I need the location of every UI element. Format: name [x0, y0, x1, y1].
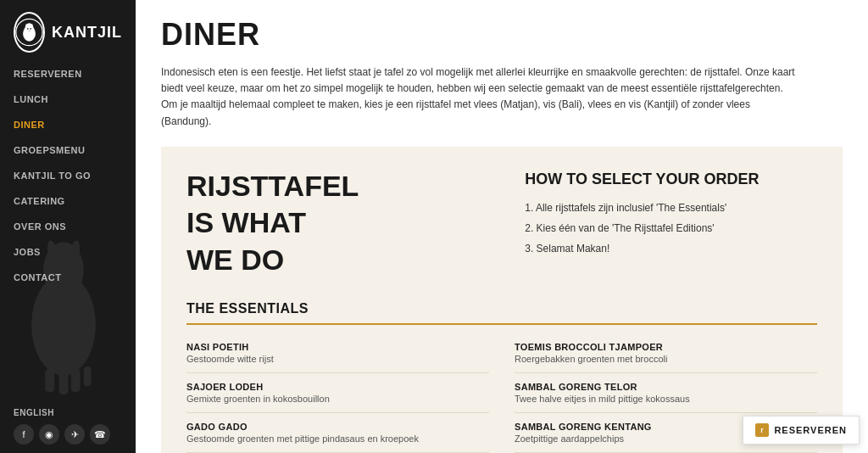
menu-item-name: NASI POETIH: [186, 342, 489, 352]
nav-reserveren[interactable]: RESERVEREN: [0, 61, 136, 87]
language-switch[interactable]: ENGLISH: [14, 408, 122, 417]
rijsttafel-heading-line2: IS WHAT: [186, 207, 508, 238]
essentials-title: THE ESSENTIALS: [186, 301, 817, 325]
svg-point-6: [30, 28, 31, 30]
how-to-list: 1. Alle rijsttafels zijn inclusief 'The …: [525, 200, 817, 256]
menu-item-desc: Gestoomde witte rijst: [186, 354, 489, 364]
phone-icon[interactable]: ☎: [90, 424, 110, 445]
menu-grid: NASI POETIH Gestoomde witte rijst TOEMIS…: [186, 333, 817, 453]
nav-catering[interactable]: CATERING: [0, 188, 136, 214]
how-to-heading: HOW TO SELECT YOUR ORDER: [525, 171, 817, 189]
reserveren-label: RESERVEREN: [774, 425, 847, 435]
nav-kantjil-to-go[interactable]: KANTJIL TO GO: [0, 163, 136, 188]
nav-lunch[interactable]: LUNCH: [0, 87, 136, 112]
how-to-step-3: 3. Selamat Makan!: [525, 241, 817, 256]
nav-over-ons[interactable]: OVER ONS: [0, 214, 136, 239]
nav-jobs[interactable]: JOBS: [0, 239, 136, 265]
menu-item-nasi-poetih: NASI POETIH Gestoomde witte rijst: [186, 333, 489, 373]
svg-rect-15: [84, 366, 92, 387]
menu-item-desc: Gestoomde groenten met pittige pindasaus…: [186, 433, 489, 444]
svg-point-7: [28, 30, 31, 31]
rijsttafel-heading-line3: WE DO: [186, 244, 508, 276]
intro-paragraph: Indonesisch eten is een feestje. Het lie…: [161, 64, 797, 130]
how-to-step-1: 1. Alle rijsttafels zijn inclusief 'The …: [525, 200, 817, 215]
main-content: DINER Indonesisch eten is een feestje. H…: [136, 0, 868, 453]
menu-item-desc: Gemixte groenten in kokosbouillon: [186, 394, 489, 404]
svg-rect-12: [45, 369, 54, 392]
menu-item-desc: Twee halve eitjes in mild pittige kokoss…: [515, 394, 817, 404]
menu-item-sambal-telor: SAMBAL GORENG TELOR Twee halve eitjes in…: [515, 373, 817, 413]
menu-item-name: GADO GADO: [186, 422, 489, 432]
rijsttafel-heading-line1: RIJSTTAFEL: [186, 171, 508, 202]
left-column: RIJSTTAFEL IS WHAT WE DO: [186, 171, 508, 281]
reserveren-floating-button[interactable]: r RESERVEREN: [743, 416, 860, 445]
logo-area[interactable]: KANTJIL: [0, 0, 136, 61]
logo-circle: [14, 12, 45, 53]
tripadvisor-icon[interactable]: ✈: [64, 424, 85, 445]
content-box: RIJSTTAFEL IS WHAT WE DO HOW TO SELECT Y…: [161, 147, 843, 453]
sidebar-footer: ENGLISH f ◉ ✈ ☎: [0, 400, 136, 453]
right-column: HOW TO SELECT YOUR ORDER 1. Alle rijstta…: [525, 171, 817, 281]
svg-rect-13: [59, 369, 69, 394]
reserveren-icon: r: [755, 423, 769, 437]
menu-item-name: SAJOER LODEH: [186, 382, 489, 392]
svg-point-5: [27, 28, 29, 30]
menu-item-toemis: TOEMIS BROCCOLI TJAMPOER Roergebakken gr…: [515, 333, 817, 373]
menu-item-desc: Roergebakken groenten met broccoli: [515, 354, 817, 364]
top-columns: RIJSTTAFEL IS WHAT WE DO HOW TO SELECT Y…: [186, 171, 817, 281]
menu-item-name: SAMBAL GORENG TELOR: [515, 382, 817, 392]
nav-groepsmenu[interactable]: GROEPSMENU: [0, 137, 136, 163]
nav-diner[interactable]: DINER: [0, 112, 136, 137]
page-title: DINER: [161, 17, 843, 53]
nav-contact[interactable]: CONTACT: [0, 265, 136, 290]
logo-text: KANTJIL: [52, 24, 122, 42]
menu-item-sajoer: SAJOER LODEH Gemixte groenten in kokosbo…: [186, 373, 489, 413]
facebook-icon[interactable]: f: [14, 424, 34, 445]
instagram-icon[interactable]: ◉: [39, 424, 59, 445]
how-to-step-2: 2. Kies één van de 'The Rijsttafel Editi…: [525, 221, 817, 236]
social-icons-row: f ◉ ✈ ☎: [14, 424, 122, 445]
menu-item-name: TOEMIS BROCCOLI TJAMPOER: [515, 342, 817, 352]
sidebar: KANTJIL RESERVEREN LUNCH DINER GROEPSMEN…: [0, 0, 136, 453]
menu-item-gado: GADO GADO Gestoomde groenten met pittige…: [186, 413, 489, 453]
svg-rect-14: [71, 369, 81, 392]
